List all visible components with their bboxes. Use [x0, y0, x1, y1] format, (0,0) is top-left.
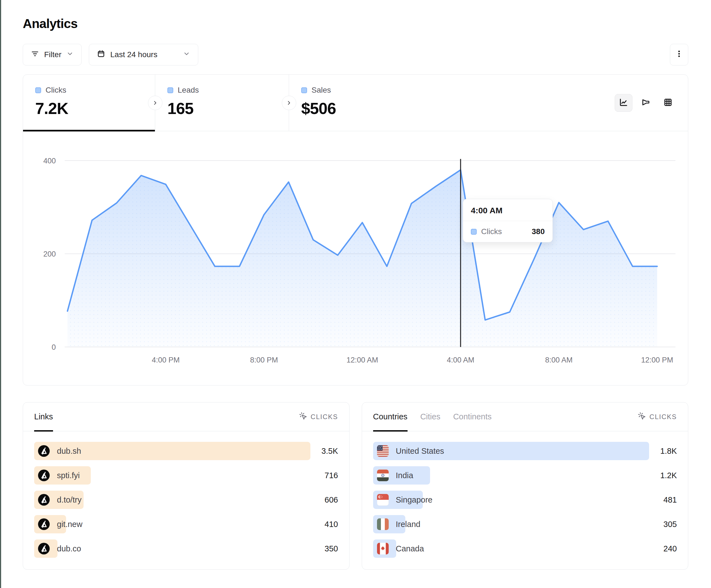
- countries-tab-cities[interactable]: Cities: [420, 403, 440, 431]
- link-row-label: spti.fyi: [57, 471, 80, 480]
- more-menu-button[interactable]: [670, 44, 688, 65]
- clicks-legend-swatch: [35, 87, 41, 93]
- link-row[interactable]: dub.sh3.5K: [34, 442, 338, 460]
- country-row[interactable]: Ireland305: [373, 515, 677, 533]
- country-row-label: Ireland: [396, 520, 421, 529]
- link-row-value: 716: [325, 471, 338, 480]
- funnel-chart-icon: [641, 98, 650, 108]
- svg-text:0: 0: [52, 343, 56, 352]
- chevron-down-icon: [66, 50, 73, 59]
- page-title: Analytics: [23, 16, 688, 31]
- date-range-label: Last 24 hours: [110, 50, 157, 59]
- svg-text:200: 200: [43, 250, 56, 258]
- link-row-value: 350: [325, 544, 338, 553]
- line-chart-icon: [619, 98, 628, 108]
- chart-canvas: 02004004:00 PM8:00 PM12:00 AM4:00 AM8:00…: [23, 131, 688, 385]
- svg-text:400: 400: [43, 157, 56, 165]
- link-row-label: dub.co: [57, 544, 81, 553]
- country-row-value: 1.2K: [660, 471, 677, 480]
- date-range-button[interactable]: Last 24 hours: [89, 44, 198, 65]
- countries-panel-header: CountriesCitiesContinents CLICKS: [362, 403, 688, 431]
- link-row[interactable]: dub.co350: [34, 540, 338, 558]
- link-row[interactable]: git.new410: [34, 515, 338, 533]
- stat-value: 165: [167, 99, 289, 118]
- link-row[interactable]: spti.fyi716: [34, 466, 338, 484]
- calendar-icon: [97, 50, 105, 60]
- link-row[interactable]: d.to/try606: [34, 491, 338, 509]
- country-row[interactable]: Canada240: [373, 540, 677, 558]
- countries-list: United States1.8KIndia1.2KSingapore481Ir…: [362, 431, 688, 569]
- country-row[interactable]: Singapore481: [373, 491, 677, 509]
- stat-label: Sales: [311, 86, 331, 95]
- sales-legend-swatch: [301, 87, 307, 93]
- dub-logo-icon: [38, 470, 50, 481]
- country-row-label: Canada: [396, 544, 424, 553]
- tooltip-value: 380: [532, 227, 545, 236]
- country-row-value: 481: [664, 495, 677, 504]
- svg-text:12:00 AM: 12:00 AM: [346, 356, 378, 364]
- cursor-click-icon: [299, 412, 307, 422]
- country-row[interactable]: United States1.8K: [373, 442, 677, 460]
- chart-view-toggles: [615, 94, 677, 112]
- countries-metric-header[interactable]: CLICKS: [638, 412, 677, 422]
- expand-leads-button[interactable]: [148, 96, 163, 110]
- link-row-value: 410: [325, 520, 338, 529]
- kebab-menu-icon: [675, 50, 683, 60]
- leads-legend-swatch: [167, 87, 173, 93]
- links-metric-header[interactable]: CLICKS: [299, 412, 338, 422]
- links-panel: Links CLICKS dub.sh3.5Kspti.fyi716d.to/t…: [23, 402, 349, 570]
- analytics-page: Analytics Filter Last 24 hours: [0, 0, 711, 570]
- link-row-value: 606: [325, 495, 338, 504]
- filter-lines-icon: [31, 50, 39, 60]
- tab-clicks[interactable]: Clicks 7.2K: [23, 75, 155, 131]
- country-row-value: 240: [664, 544, 677, 553]
- canada-flag-icon: [377, 543, 389, 555]
- svg-text:4:00 PM: 4:00 PM: [152, 356, 180, 364]
- funnel-chart-toggle[interactable]: [637, 94, 655, 112]
- country-row-label: India: [396, 471, 413, 480]
- chevron-down-icon: [183, 50, 190, 59]
- chart-tooltip: 4:00 AM Clicks 380: [463, 199, 553, 243]
- svg-text:12:00 PM: 12:00 PM: [641, 356, 673, 364]
- country-row-value: 305: [664, 520, 677, 529]
- svg-text:8:00 PM: 8:00 PM: [250, 356, 278, 364]
- table-view-toggle[interactable]: [659, 94, 677, 112]
- expand-sales-button[interactable]: [282, 96, 296, 110]
- links-tab-links[interactable]: Links: [34, 403, 53, 431]
- table-grid-icon: [663, 98, 673, 108]
- singapore-flag-icon: [377, 494, 389, 506]
- metric-label: CLICKS: [649, 413, 677, 421]
- filter-button[interactable]: Filter: [23, 44, 82, 65]
- links-tabs: Links: [34, 403, 53, 431]
- breakdown-panels: Links CLICKS dub.sh3.5Kspti.fyi716d.to/t…: [23, 402, 688, 570]
- svg-text:4:00 AM: 4:00 AM: [447, 356, 474, 364]
- countries-tab-countries[interactable]: Countries: [373, 403, 408, 431]
- country-row-label: Singapore: [396, 495, 433, 504]
- links-list: dub.sh3.5Kspti.fyi716d.to/try606git.new4…: [23, 431, 349, 569]
- stat-value: 7.2K: [35, 99, 155, 118]
- cursor-click-icon: [638, 412, 646, 422]
- countries-tabs: CountriesCitiesContinents: [373, 403, 492, 431]
- countries-tab-continents[interactable]: Continents: [453, 403, 492, 431]
- country-row[interactable]: India1.2K: [373, 466, 677, 484]
- country-row-label: United States: [396, 447, 444, 456]
- link-row-value: 3.5K: [322, 447, 338, 456]
- line-chart-toggle[interactable]: [615, 94, 632, 112]
- analytics-card: Clicks 7.2K Leads 165 Sales $506: [23, 74, 688, 386]
- metric-label: CLICKS: [311, 413, 338, 421]
- stat-label: Leads: [178, 86, 199, 95]
- clicks-area-chart[interactable]: 02004004:00 PM8:00 PM12:00 AM4:00 AM8:00…: [23, 131, 688, 385]
- svg-text:8:00 AM: 8:00 AM: [545, 356, 573, 364]
- country-row-value: 1.8K: [660, 447, 677, 456]
- tab-leads[interactable]: Leads 165: [155, 75, 289, 131]
- link-row-label: git.new: [57, 520, 83, 529]
- toolbar: Filter Last 24 hours: [23, 44, 688, 65]
- dub-logo-icon: [38, 518, 50, 530]
- link-row-label: d.to/try: [57, 495, 82, 504]
- link-row-label: dub.sh: [57, 447, 81, 456]
- dub-logo-icon: [38, 445, 50, 457]
- clicks-legend-swatch: [471, 229, 477, 235]
- filter-button-label: Filter: [44, 50, 61, 59]
- dub-logo-icon: [38, 543, 50, 555]
- us-flag-icon: [377, 445, 389, 457]
